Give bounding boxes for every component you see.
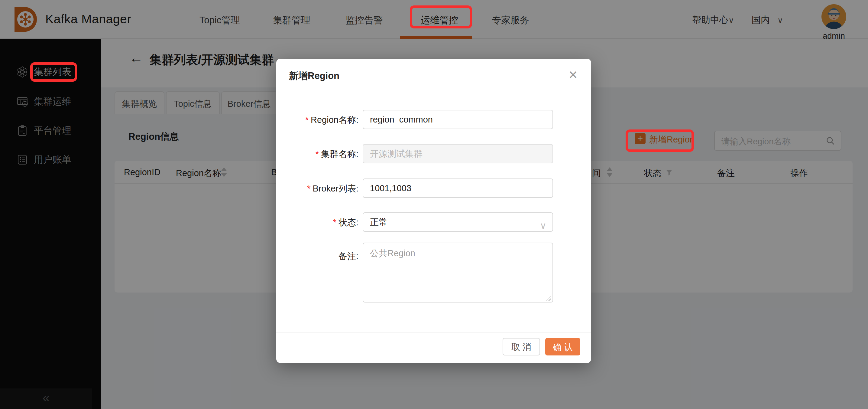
remark-value: 公共Region (370, 249, 415, 258)
confirm-button[interactable]: 确 认 (545, 338, 580, 355)
field-label: *Region名称: (305, 114, 359, 126)
cancel-button[interactable]: 取 消 (503, 338, 540, 355)
required-mark: * (305, 115, 309, 125)
remark-textarea[interactable]: 公共Region (363, 243, 553, 302)
field-label: *集群名称: (315, 148, 359, 160)
modal-title: 新增Region (289, 69, 339, 82)
required-mark: * (315, 149, 319, 159)
broker-list-input[interactable]: 1001,1003 (363, 178, 553, 198)
status-select[interactable]: 正常 ∨ (363, 212, 553, 232)
required-mark: * (333, 217, 336, 227)
close-icon[interactable]: ✕ (568, 68, 578, 82)
add-region-modal: 新增Region ✕ *Region名称: region_common *集群名… (276, 59, 591, 363)
region-name-input[interactable]: region_common (363, 110, 553, 129)
cluster-name-input-disabled: 开源测试集群 (363, 144, 553, 163)
modal-footer-divider (276, 332, 591, 333)
status-select-value: 正常 (370, 217, 388, 227)
field-label: *Broker列表: (307, 183, 359, 195)
required-mark: * (307, 184, 310, 193)
field-label: 备注: (339, 251, 359, 263)
resize-handle-icon[interactable] (547, 296, 551, 301)
field-label: *状态: (333, 216, 359, 229)
kafka-manager-app: Kafka Manager Topic管理 集群管理 监控告警 运维管控 专家服… (0, 0, 868, 409)
chevron-down-icon: ∨ (540, 216, 547, 235)
